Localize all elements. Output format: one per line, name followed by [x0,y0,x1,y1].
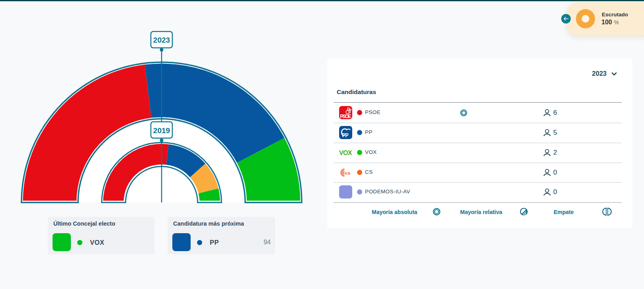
svg-text:2019: 2019 [153,126,170,135]
svg-text:PSOE: PSOE [340,113,351,119]
svg-text:pp: pp [342,131,349,137]
svg-text:cs: cs [345,171,350,175]
svg-text:2023: 2023 [153,36,170,44]
svg-text:VOX: VOX [339,149,352,156]
